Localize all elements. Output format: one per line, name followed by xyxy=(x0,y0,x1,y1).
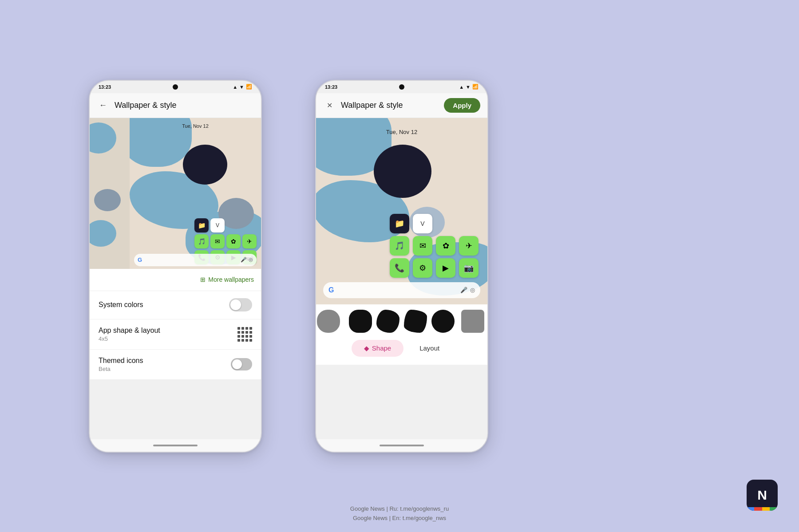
search-bar-right[interactable]: G 🎤 ◎ xyxy=(323,282,480,298)
shape-tab-label: Shape xyxy=(372,344,391,352)
tab-row: ◆ Shape Layout xyxy=(316,337,487,361)
app-icon: 📁 xyxy=(194,218,209,233)
app-shape-title: App shape & layout xyxy=(99,327,160,335)
status-bar-right: 13:23 ▲ ▼ 📶 xyxy=(316,81,487,93)
footer-line2: Google News | En: t.me/google_nws xyxy=(350,514,449,523)
more-wallpapers-icon: ⊞ xyxy=(200,276,206,283)
rapp-icon: ✉ xyxy=(413,236,432,256)
header-title-left: Wallpaper & style xyxy=(115,101,254,110)
camera-notch-right xyxy=(399,84,404,90)
phone-left: 13:23 ▲ ▼ 📶 ← Wallpaper & style Tue, Nov… xyxy=(89,80,262,453)
themed-icons-toggle[interactable] xyxy=(231,358,252,370)
top-bar-left: ← Wallpaper & style xyxy=(90,93,261,118)
header-title-right: Wallpaper & style xyxy=(341,101,439,110)
rapp-icon: V xyxy=(413,214,432,233)
wallpaper-canvas-right: Tue, Nov 12 📁 V 🎵 ✉ ✿ ✈ 📞 ⚙ ▶ 📷 xyxy=(316,118,487,304)
more-wallpapers-button[interactable]: ⊞ More wallpapers xyxy=(200,276,254,283)
shape-option-roundrect[interactable] xyxy=(317,310,340,333)
app-shape-layout-row[interactable]: App shape & layout 4x5 xyxy=(90,319,261,350)
themed-icons-row[interactable]: Themed icons Beta xyxy=(90,350,261,380)
app-icon: V xyxy=(210,218,225,233)
tab-shape[interactable]: ◆ Shape xyxy=(352,340,403,357)
top-bar-right: ✕ Wallpaper & style Apply xyxy=(316,93,487,118)
rapp-icon: 📷 xyxy=(459,258,479,278)
themed-icons-subtitle: Beta xyxy=(99,366,143,372)
time-right: 13:23 xyxy=(325,84,337,90)
app-icon: 🎵 xyxy=(194,234,209,248)
rapp-icon: 🎵 xyxy=(390,236,409,256)
time-left: 13:23 xyxy=(99,84,111,90)
more-wallpapers-row: ⊞ More wallpapers xyxy=(90,269,261,291)
more-wallpapers-label: More wallpapers xyxy=(208,276,254,283)
rapp-icon: ▶ xyxy=(436,258,455,278)
search-bar-left[interactable]: G 🎤 ◎ xyxy=(134,254,257,266)
nav-bar-right xyxy=(316,439,487,452)
shape-selector: ◆ Shape Layout xyxy=(316,304,487,365)
footer-line1: Google News | Ru: t.me/googlenws_ru xyxy=(350,504,449,514)
camera-notch-left xyxy=(173,84,178,90)
back-button-left[interactable]: ← xyxy=(97,99,109,111)
themed-icons-title: Themed icons xyxy=(99,357,143,365)
grid-icon xyxy=(237,327,252,342)
phone-right: 13:23 ▲ ▼ 📶 ✕ Wallpaper & style Apply Tu… xyxy=(315,80,488,453)
google-news-logo: N xyxy=(747,480,778,511)
apply-button[interactable]: Apply xyxy=(444,98,480,113)
status-icons-left: ▲ ▼ 📶 xyxy=(233,84,252,90)
shape-option-squircle[interactable] xyxy=(349,310,372,333)
footer: Google News | Ru: t.me/googlenws_ru Goog… xyxy=(350,504,449,523)
shape-tab-icon: ◆ xyxy=(364,344,369,352)
shape-option-flower[interactable] xyxy=(376,310,400,333)
system-colors-title: System colors xyxy=(99,301,143,309)
wallpaper-date-right: Tue, Nov 12 xyxy=(386,129,417,135)
close-button-right[interactable]: ✕ xyxy=(323,99,336,111)
wallpaper-canvas-left: Tue, Nov 12 📁 V 🎵 ✉ ✿ ✈ 📞 ⚙ ▶ 📷 xyxy=(130,118,261,269)
status-bar-left: 13:23 ▲ ▼ 📶 xyxy=(90,81,261,93)
app-icon: ✉ xyxy=(210,234,225,248)
shape-icons-row xyxy=(316,310,487,333)
wallpaper-area-left[interactable]: Tue, Nov 12 📁 V 🎵 ✉ ✿ ✈ 📞 ⚙ ▶ 📷 xyxy=(90,118,261,269)
rapp-icon: ⚙ xyxy=(413,258,432,278)
system-colors-row[interactable]: System colors xyxy=(90,291,261,319)
rapp-icon: 📁 xyxy=(390,214,409,233)
wallpaper-strip-left xyxy=(90,118,132,269)
shape-option-circle[interactable] xyxy=(431,310,455,333)
tab-layout[interactable]: Layout xyxy=(407,340,452,357)
app-icon: ✈ xyxy=(242,234,257,248)
app-shape-subtitle: 4x5 xyxy=(99,335,160,342)
app-icons-right: 📁 V 🎵 ✉ ✿ ✈ 📞 ⚙ ▶ 📷 xyxy=(390,214,479,278)
settings-section: System colors App shape & layout 4x5 The… xyxy=(90,291,261,380)
app-icon: ✿ xyxy=(226,234,241,248)
shape-option-pill[interactable] xyxy=(461,310,484,333)
rapp-icon: ✈ xyxy=(459,236,479,256)
system-colors-toggle[interactable] xyxy=(229,298,252,311)
shape-option-star[interactable] xyxy=(404,310,427,333)
status-icons-right: ▲ ▼ 📶 xyxy=(459,84,479,90)
wallpaper-area-right[interactable]: Tue, Nov 12 📁 V 🎵 ✉ ✿ ✈ 📞 ⚙ ▶ 📷 xyxy=(316,118,487,304)
rapp-icon: 📞 xyxy=(390,258,409,278)
rapp-icon: ✿ xyxy=(436,236,455,256)
wallpaper-date-left: Tue, Nov 12 xyxy=(182,123,209,129)
gn-letter: N xyxy=(757,488,767,503)
gn-color-bar xyxy=(747,507,778,511)
nav-bar-left xyxy=(90,439,261,452)
